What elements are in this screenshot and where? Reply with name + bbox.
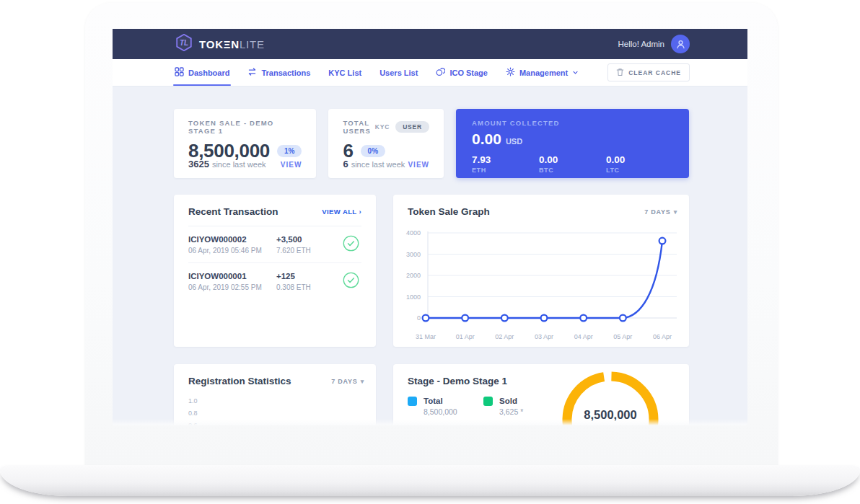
gear-icon: [506, 67, 515, 78]
total-users-percent-badge: 0%: [361, 145, 385, 157]
user-toggle[interactable]: USER: [395, 121, 429, 133]
nav-item-management[interactable]: Management: [506, 59, 579, 86]
chevron-down-icon: ▾: [674, 208, 677, 216]
amount-eth: 7.93 ETH: [472, 154, 539, 174]
svg-text:4000: 4000: [406, 229, 421, 236]
gauge-unit: TLE: [560, 424, 661, 425]
y-axis-tick: 0.6: [188, 422, 376, 425]
tx-date: 06 Apr, 2019 02:55 PM: [188, 283, 276, 291]
nav-item-users-list[interactable]: Users List: [379, 59, 418, 86]
data-point: [423, 315, 429, 322]
svg-text:01 Apr: 01 Apr: [456, 333, 475, 340]
data-point: [620, 315, 626, 322]
total-users-view-link[interactable]: VIEW: [408, 161, 429, 169]
nav-item-dashboard[interactable]: Dashboard: [175, 59, 229, 86]
user-avatar[interactable]: [671, 35, 690, 53]
swap-arrows-icon: [247, 67, 257, 78]
transaction-row: ICIYOW000001 06 Apr, 2019 02:55 PM +125 …: [188, 263, 361, 299]
view-all-link[interactable]: VIEW ALL ›: [322, 208, 361, 216]
legend-swatch: [483, 397, 493, 406]
svg-text:3000: 3000: [406, 251, 421, 258]
token-sale-view-link[interactable]: VIEW: [281, 161, 302, 169]
transaction-row: ICIYOW000002 06 Apr, 2019 05:46 PM +3,50…: [188, 226, 361, 263]
tx-amount: +3,500: [276, 235, 343, 244]
brand-logo[interactable]: TL TOKΞNLITE: [175, 33, 265, 55]
nav-item-transactions[interactable]: Transactions: [247, 59, 310, 86]
token-sale-graph-card: Token Sale Graph 7 DAYS▾ 010002000300040…: [393, 195, 689, 347]
stage-card: Stage - Demo Stage 1 Total8,500,000Sold3…: [393, 364, 689, 425]
data-point: [659, 238, 666, 244]
main-navigation: DashboardTransactionsKYC ListUsers ListI…: [113, 59, 747, 87]
recent-transactions-title: Recent Transaction: [188, 206, 278, 217]
svg-text:1000: 1000: [406, 293, 421, 301]
tx-date: 06 Apr, 2019 05:46 PM: [188, 247, 276, 255]
clear-cache-button[interactable]: CLEAR CACHE: [607, 63, 690, 81]
chevron-down-icon: [572, 68, 579, 77]
recent-transactions-card: Recent Transaction VIEW ALL › ICIYOW0000…: [174, 195, 376, 347]
token-sale-title: TOKEN SALE - DEMO STAGE 1: [188, 119, 302, 135]
svg-text:04 Apr: 04 Apr: [574, 333, 593, 340]
token-sale-delta: 3625: [188, 159, 209, 169]
amount-collected-title: AMOUNT COLLECTED: [472, 119, 673, 127]
data-point: [541, 315, 548, 322]
check-circle-icon: [343, 272, 361, 291]
legend-swatch: [408, 397, 417, 406]
chevron-right-icon: ›: [359, 208, 361, 216]
tx-amount: +125: [276, 272, 343, 280]
token-sale-percent-badge: 1%: [277, 145, 302, 157]
registration-statistics-title: Registration Statistics: [188, 376, 291, 386]
stage-title: Stage - Demo Stage 1: [408, 376, 507, 386]
nav-list: DashboardTransactionsKYC ListUsers ListI…: [175, 59, 579, 86]
svg-text:06 Apr: 06 Apr: [653, 333, 672, 340]
tx-id: ICIYOW000001: [188, 272, 276, 280]
nav-item-ico-stage[interactable]: ICO Stage: [436, 59, 488, 86]
legend-item-total: Total8,500,000: [408, 397, 483, 416]
token-sale-chart: 0100020003000400031 Mar01 Apr02 Apr03 Ap…: [393, 226, 688, 345]
greeting-text: Hello! Admin: [618, 40, 664, 48]
legend-item-sold: Sold3,625 *: [483, 397, 559, 416]
kyc-toggle[interactable]: KYC: [375, 123, 390, 131]
y-axis-tick: 1.0: [188, 397, 376, 410]
amount-btc: 0.00 BTC: [539, 154, 606, 174]
tx-id: ICIYOW000002: [188, 235, 276, 244]
svg-text:03 Apr: 03 Apr: [535, 333, 553, 340]
data-point: [462, 315, 468, 322]
svg-text:2000: 2000: [406, 272, 421, 279]
coins-icon: [436, 67, 445, 78]
registration-statistics-card: Registration Statistics 7 DAYS▾ 1.00.80.…: [174, 364, 376, 425]
svg-text:TL: TL: [180, 39, 188, 47]
trash-icon: [616, 68, 624, 78]
svg-text:02 Apr: 02 Apr: [495, 333, 514, 340]
tx-eth: 7.620 ETH: [276, 247, 343, 255]
data-point: [501, 315, 508, 322]
tokenlite-hexagon-icon: TL: [175, 33, 193, 55]
laptop-base: [0, 465, 860, 496]
gauge-value: 8,500,000: [560, 408, 661, 422]
check-circle-icon: [343, 235, 361, 255]
amount-usd-label: USD: [506, 137, 522, 146]
token-sale-graph-title: Token Sale Graph: [408, 206, 490, 217]
registration-range-dropdown[interactable]: 7 DAYS▾: [331, 378, 364, 385]
tx-eth: 0.308 ETH: [276, 283, 343, 291]
topbar: TL TOKΞNLITE Hello! Admin: [113, 29, 747, 59]
amount-ltc: 0.00 LTC: [606, 154, 673, 174]
data-point: [580, 315, 587, 322]
svg-text:31 Mar: 31 Mar: [416, 333, 436, 340]
brand-name: TOKΞNLITE: [199, 38, 265, 50]
registration-chart-y-axis: 1.00.80.6: [188, 397, 376, 425]
token-sale-card: TOKEN SALE - DEMO STAGE 1 8,500,000 1% 3…: [174, 109, 316, 178]
graph-range-dropdown[interactable]: 7 DAYS▾: [644, 208, 677, 216]
amount-usd-value: 0.00: [472, 131, 501, 148]
chevron-down-icon: ▾: [361, 378, 364, 385]
amount-collected-card: AMOUNT COLLECTED 0.00 USD 7.93 ETH 0.00 …: [456, 109, 689, 178]
grid-icon: [175, 67, 184, 78]
dashboard-screen: TL TOKΞNLITE Hello! Admin DashboardTrans…: [113, 29, 747, 425]
svg-text:0: 0: [417, 314, 421, 322]
svg-text:05 Apr: 05 Apr: [613, 333, 632, 340]
y-axis-tick: 0.8: [188, 410, 376, 422]
stage-gauge: 8,500,000 TLE: [560, 368, 661, 425]
nav-item-kyc-list[interactable]: KYC List: [328, 59, 361, 86]
total-users-delta: 6: [343, 159, 348, 169]
total-users-card: TOTAL USERS KYC USER 6 0% 6since last we…: [328, 109, 444, 178]
total-users-title: TOTAL USERS: [343, 119, 374, 135]
